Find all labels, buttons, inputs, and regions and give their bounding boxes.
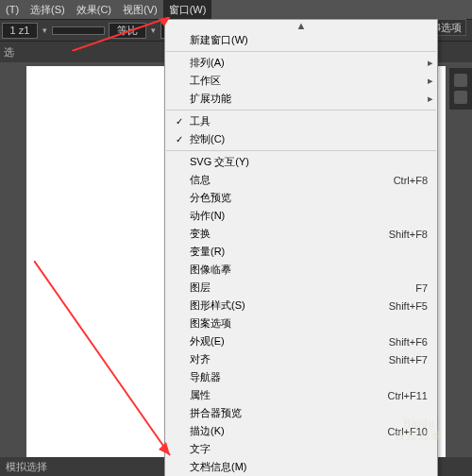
menu-item[interactable]: 图层F7 xyxy=(165,279,437,297)
zoom-field[interactable]: 1 z1 xyxy=(2,23,38,39)
menu-item[interactable]: 选择(S) xyxy=(25,0,71,19)
submenu-arrow-icon: ▸ xyxy=(428,57,437,69)
menu-item-label: 导航器 xyxy=(186,370,437,384)
stroke-preview[interactable] xyxy=(52,26,105,35)
submenu-arrow-icon: ▸ xyxy=(428,93,437,105)
menu-item[interactable]: 变换Shift+F8 xyxy=(165,225,437,243)
shortcut-label: Shift+F6 xyxy=(389,336,437,348)
side-panel[interactable] xyxy=(449,68,472,110)
menu-item[interactable]: ✓控制(C) xyxy=(165,130,437,148)
submenu-arrow-icon: ▸ xyxy=(428,75,437,87)
menu-item-label: 变换 xyxy=(186,227,389,241)
menu-item-label: 属性 xyxy=(186,388,388,402)
menu-item[interactable]: 扩展功能▸ xyxy=(165,90,437,108)
menu-separator xyxy=(166,110,436,110)
menu-item-label: 信息 xyxy=(186,173,394,187)
doc-tab[interactable]: 选 xyxy=(4,46,14,58)
menu-item-label: 图形样式(S) xyxy=(186,298,389,313)
menu-item-label: 描边(K) xyxy=(186,424,388,438)
menu-item[interactable]: 视图(V) xyxy=(117,0,163,19)
dropdown-caret-icon[interactable]: ▾ xyxy=(42,26,47,35)
menu-item-label: 工具 xyxy=(186,114,437,128)
mode-field[interactable]: 等比 xyxy=(109,23,146,39)
menu-item[interactable]: ✓工具 xyxy=(165,112,437,130)
menu-item-label: 新建窗口(W) xyxy=(186,33,437,47)
shortcut-label: Shift+F5 xyxy=(389,300,437,312)
menu-item-label: 文档信息(M) xyxy=(186,460,437,474)
menu-item[interactable]: 排列(A)▸ xyxy=(165,54,437,72)
menu-item[interactable]: 图形样式(S)Shift+F5 xyxy=(165,297,437,314)
menu-scroll-up-icon[interactable]: ▲ xyxy=(165,20,437,31)
watermark-cn: 百度经验 xyxy=(374,429,464,443)
menu-separator xyxy=(166,51,436,52)
menubar[interactable]: (T)选择(S)效果(C)视图(V)窗口(W) xyxy=(0,0,472,19)
menu-item[interactable]: 工作区▸ xyxy=(165,72,437,90)
watermark: Baidu 百度经验 xyxy=(374,417,464,451)
shortcut-label: F7 xyxy=(415,282,437,294)
menu-item-label: 对齐 xyxy=(186,352,389,366)
menu-item-label: 动作(N) xyxy=(186,209,437,223)
shortcut-label: Shift+F7 xyxy=(389,354,437,366)
menu-item[interactable]: 对齐Shift+F7 xyxy=(165,350,437,368)
menu-item[interactable]: 变量(R) xyxy=(165,243,437,261)
menu-item-label: 扩展功能 xyxy=(186,92,428,106)
status-label[interactable]: 模拟选择 xyxy=(6,461,47,472)
menu-item[interactable]: 图案选项 xyxy=(165,314,437,332)
menu-item-label: 外观(E) xyxy=(186,334,389,348)
shortcut-label: Ctrl+F8 xyxy=(394,175,437,186)
watermark-en: Baidu xyxy=(374,417,464,429)
menu-item[interactable]: 导航器 xyxy=(165,368,437,386)
menu-item-label: 分色预览 xyxy=(186,191,437,205)
shortcut-label: Ctrl+F11 xyxy=(388,390,438,401)
menu-item-label: 工作区 xyxy=(186,74,428,88)
menu-item[interactable]: 分色预览 xyxy=(165,189,437,207)
menu-item[interactable]: 文档信息(M) xyxy=(165,458,437,476)
dropdown-caret-icon[interactable]: ▾ xyxy=(151,26,156,35)
menu-item-label: 图像临摹 xyxy=(186,263,437,277)
menu-separator xyxy=(166,150,436,151)
menu-item[interactable]: 信息Ctrl+F8 xyxy=(165,171,437,189)
menu-item-label: 控制(C) xyxy=(186,132,437,146)
menu-item-label: 排列(A) xyxy=(186,56,428,70)
menu-item[interactable]: 外观(E)Shift+F6 xyxy=(165,332,437,350)
menu-item[interactable]: 动作(N) xyxy=(165,207,437,225)
menu-item[interactable]: 窗口(W) xyxy=(163,0,212,19)
menu-item[interactable]: SVG 交互(Y) xyxy=(165,153,437,171)
panel-icon[interactable] xyxy=(454,91,467,104)
menu-item[interactable]: (T) xyxy=(0,0,25,19)
shortcut-label: Shift+F8 xyxy=(389,229,437,240)
menu-item[interactable]: 效果(C) xyxy=(71,0,117,19)
window-menu[interactable]: ▲ 新建窗口(W)排列(A)▸工作区▸扩展功能▸✓工具✓控制(C)SVG 交互(… xyxy=(164,19,438,476)
menu-item-label: 图案选项 xyxy=(186,316,437,331)
check-icon: ✓ xyxy=(173,134,186,144)
panel-icon[interactable] xyxy=(454,74,467,87)
menu-item[interactable]: 属性Ctrl+F11 xyxy=(165,386,437,404)
menu-item-label: 图层 xyxy=(186,280,415,295)
menu-item-label: 变量(R) xyxy=(186,245,437,259)
menu-item[interactable]: 图像临摹 xyxy=(165,261,437,279)
menu-item-label: SVG 交互(Y) xyxy=(186,155,437,169)
check-icon: ✓ xyxy=(173,116,186,127)
menu-item[interactable]: 新建窗口(W) xyxy=(165,31,437,49)
